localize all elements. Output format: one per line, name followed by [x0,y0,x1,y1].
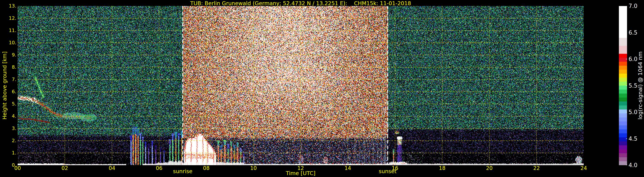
colorbar-canvas [619,6,627,165]
y-tick-label: 2. [6,138,16,143]
y-axis-label: Height above ground [km] [2,52,8,120]
colorbar-tick-label: 4.0 [628,162,644,168]
colorbar-tick-label: 7.0 [628,3,644,9]
y-tick-label: 6. [6,89,16,95]
y-tick-label: 8. [6,64,16,70]
y-tick-label: 12. [6,16,16,21]
chart-title: TUB: Berlin Grunewald (Germany; 52.4732 … [18,0,584,7]
y-tick-label: 5. [6,101,16,107]
heatmap-canvas [18,6,584,165]
colorbar-tick-label: 6.5 [628,30,644,36]
figure: TUB: Berlin Grunewald (Germany; 52.4732 … [0,0,644,177]
y-tick-label: 10. [6,40,16,46]
y-tick-label: 1. [6,150,16,156]
sunset-annotation: sunset [379,168,396,174]
y-tick-label: 4. [6,113,16,119]
y-tick-label: 7. [6,77,16,82]
x-axis-label: Time [UTC] [18,170,584,176]
y-tick-label: 11. [6,28,16,33]
sunrise-annotation: sunrise [173,168,192,174]
y-tick-label: 13. [6,3,16,9]
y-tick-label: 3. [6,126,16,131]
y-tick-label: 9. [6,52,16,58]
colorbar-tick-label: 4.5 [628,135,644,142]
colorbar-label: log(rc-signal) @ 1064 nm [637,52,643,120]
